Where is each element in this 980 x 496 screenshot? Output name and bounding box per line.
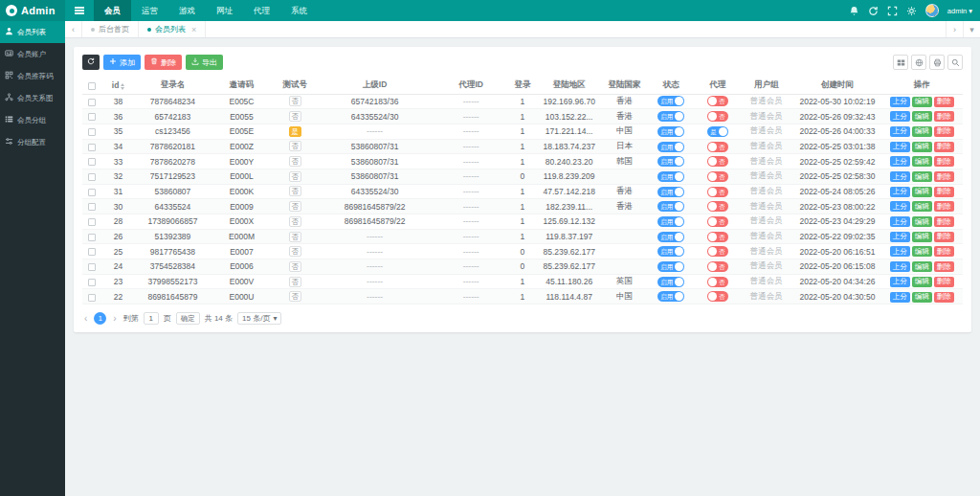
row-edit-button[interactable]: 编辑 <box>912 246 932 257</box>
status-toggle[interactable]: 启用 <box>657 291 684 302</box>
row-delete-button[interactable]: 删除 <box>934 292 954 303</box>
next-page-icon[interactable]: › <box>111 313 118 324</box>
row-edit-button[interactable]: 编辑 <box>912 292 932 303</box>
row-checkbox[interactable] <box>88 263 96 271</box>
row-edit-button[interactable]: 编辑 <box>912 232 932 242</box>
top-nav-item-0[interactable]: 会员 <box>94 0 131 21</box>
status-toggle[interactable]: 启用 <box>657 171 684 182</box>
row-add-score-button[interactable]: 上分 <box>890 232 910 242</box>
top-nav-item-1[interactable]: 运营 <box>131 0 168 21</box>
status-toggle[interactable]: 启用 <box>657 111 684 122</box>
sidebar-item-3[interactable]: 会员关系图 <box>0 87 65 109</box>
status-toggle[interactable]: 启用 <box>657 156 684 167</box>
tabs-dropdown-icon[interactable]: ▾ <box>963 21 980 37</box>
export-button[interactable]: 导出 <box>186 55 223 70</box>
tab-1[interactable]: 会员列表× <box>139 21 206 37</box>
per-page-select[interactable]: 15 条/页 ▾ <box>237 312 281 325</box>
gear-icon[interactable] <box>906 6 917 16</box>
row-checkbox[interactable] <box>88 248 96 256</box>
agent-toggle[interactable]: 否 <box>707 171 728 182</box>
row-checkbox[interactable] <box>88 144 96 151</box>
agent-toggle[interactable]: 否 <box>707 261 728 272</box>
goto-confirm-button[interactable]: 确定 <box>176 312 200 325</box>
row-add-score-button[interactable]: 上分 <box>890 277 910 287</box>
row-checkbox[interactable] <box>88 294 96 302</box>
row-checkbox[interactable] <box>88 173 96 181</box>
agent-toggle[interactable]: 否 <box>707 246 728 257</box>
row-add-score-button[interactable]: 上分 <box>890 111 910 122</box>
agent-toggle[interactable]: 是 <box>707 126 728 137</box>
tab-0[interactable]: 后台首页 <box>82 21 139 37</box>
status-toggle[interactable]: 启用 <box>657 216 684 227</box>
agent-toggle[interactable]: 否 <box>707 111 728 122</box>
status-toggle[interactable]: 启用 <box>657 246 684 257</box>
status-toggle[interactable]: 启用 <box>657 201 684 212</box>
column-header-0[interactable]: id <box>101 78 135 94</box>
row-add-score-button[interactable]: 上分 <box>890 216 910 227</box>
row-checkbox[interactable] <box>88 189 96 196</box>
row-edit-button[interactable]: 编辑 <box>912 97 932 107</box>
refresh-button[interactable] <box>82 55 100 70</box>
agent-toggle[interactable]: 否 <box>707 96 728 106</box>
agent-toggle[interactable]: 否 <box>707 291 728 302</box>
prev-page-icon[interactable]: ‹ <box>82 313 89 324</box>
row-add-score-button[interactable]: 上分 <box>890 187 910 197</box>
sidebar-item-2[interactable]: 会员推荐码 <box>0 65 65 87</box>
row-add-score-button[interactable]: 上分 <box>890 156 910 167</box>
row-delete-button[interactable]: 删除 <box>934 187 954 197</box>
fullscreen-icon[interactable] <box>887 6 898 16</box>
row-edit-button[interactable]: 编辑 <box>912 277 932 287</box>
row-checkbox[interactable] <box>88 128 96 136</box>
row-add-score-button[interactable]: 上分 <box>890 142 910 152</box>
row-delete-button[interactable]: 删除 <box>934 171 954 182</box>
columns-button[interactable] <box>893 55 908 70</box>
row-add-score-button[interactable]: 上分 <box>890 292 910 303</box>
tab-close-icon[interactable]: × <box>191 25 196 34</box>
agent-toggle[interactable]: 否 <box>707 156 728 167</box>
row-checkbox[interactable] <box>88 279 96 286</box>
status-toggle[interactable]: 启用 <box>657 142 684 152</box>
refresh-icon[interactable] <box>868 6 879 16</box>
goto-page-input[interactable] <box>144 312 159 325</box>
agent-toggle[interactable]: 否 <box>707 216 728 227</box>
row-delete-button[interactable]: 删除 <box>934 277 954 287</box>
row-edit-button[interactable]: 编辑 <box>912 171 932 182</box>
row-add-score-button[interactable]: 上分 <box>890 126 910 137</box>
row-add-score-button[interactable]: 上分 <box>890 97 910 107</box>
sidebar-item-5[interactable]: 分组配置 <box>0 131 65 153</box>
row-edit-button[interactable]: 编辑 <box>912 142 932 152</box>
row-delete-button[interactable]: 删除 <box>934 232 954 242</box>
row-checkbox[interactable] <box>88 234 96 241</box>
row-add-score-button[interactable]: 上分 <box>890 246 910 257</box>
top-nav-item-2[interactable]: 游戏 <box>168 0 206 21</box>
agent-toggle[interactable]: 否 <box>707 187 728 197</box>
agent-toggle[interactable]: 否 <box>707 142 728 152</box>
row-delete-button[interactable]: 删除 <box>934 201 954 212</box>
row-delete-button[interactable]: 删除 <box>934 142 954 152</box>
status-toggle[interactable]: 启用 <box>657 277 684 287</box>
row-delete-button[interactable]: 删除 <box>934 126 954 137</box>
row-edit-button[interactable]: 编辑 <box>912 216 932 227</box>
sidebar-item-4[interactable]: 会员分组 <box>0 109 65 131</box>
row-edit-button[interactable]: 编辑 <box>912 126 932 137</box>
row-add-score-button[interactable]: 上分 <box>890 171 910 182</box>
top-nav-item-4[interactable]: 代理 <box>243 0 280 21</box>
tabs-scroll-left-icon[interactable]: ‹ <box>65 21 82 37</box>
row-add-score-button[interactable]: 上分 <box>890 261 910 272</box>
bell-icon[interactable] <box>849 6 859 16</box>
row-checkbox[interactable] <box>88 113 96 121</box>
top-nav-item-5[interactable]: 系统 <box>280 0 318 21</box>
status-toggle[interactable]: 启用 <box>657 261 684 272</box>
row-delete-button[interactable]: 删除 <box>934 216 954 227</box>
row-delete-button[interactable]: 删除 <box>934 111 954 122</box>
page-number-1[interactable]: 1 <box>94 312 106 325</box>
row-edit-button[interactable]: 编辑 <box>912 187 932 197</box>
row-delete-button[interactable]: 删除 <box>934 261 954 272</box>
search-button[interactable] <box>947 55 963 70</box>
row-checkbox[interactable] <box>88 99 96 106</box>
delete-button[interactable]: 删除 <box>145 55 182 70</box>
row-checkbox[interactable] <box>88 203 96 211</box>
agent-toggle[interactable]: 否 <box>707 232 728 242</box>
print-button[interactable] <box>929 55 945 70</box>
row-checkbox[interactable] <box>88 218 96 226</box>
